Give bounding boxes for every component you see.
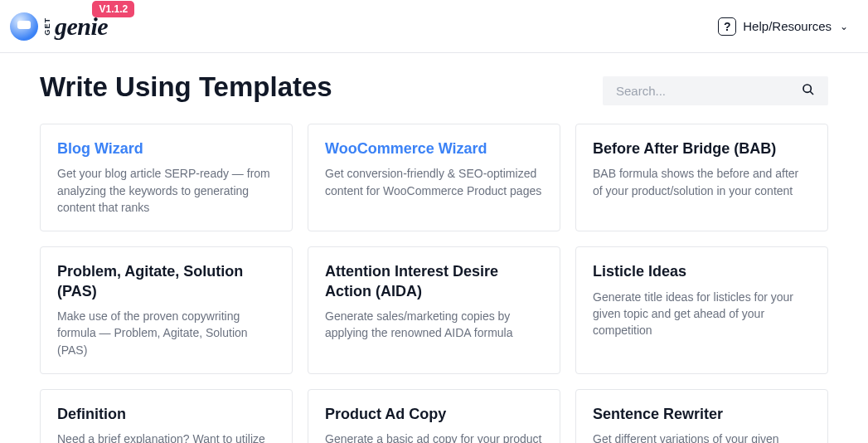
help-icon: ? — [718, 17, 736, 36]
card-title: Problem, Agitate, Solution (PAS) — [57, 262, 275, 301]
version-badge: V1.1.2 — [92, 1, 134, 17]
help-resources-menu[interactable]: ? Help/Resources ⌄ — [718, 17, 848, 36]
genie-robot-icon — [10, 12, 38, 41]
card-description: Get your blog article SERP-ready — from … — [57, 165, 275, 216]
app-header: GET genie V1.1.2 ? Help/Resources ⌄ — [0, 0, 868, 53]
card-title: WooCommerce Wizard — [325, 139, 543, 158]
template-card-pas[interactable]: Problem, Agitate, Solution (PAS) Make us… — [40, 246, 293, 374]
svg-line-1 — [810, 91, 813, 95]
template-card-aida[interactable]: Attention Interest Desire Action (AIDA) … — [308, 246, 560, 374]
svg-point-0 — [803, 85, 811, 92]
card-description: Generate a basic ad copy for your produc… — [325, 431, 543, 443]
card-description: Generate sales/marketing copies by apply… — [325, 308, 543, 342]
card-title: Before After Bridge (BAB) — [593, 139, 811, 158]
search-input[interactable] — [616, 84, 802, 98]
card-description: BAB formula shows the before and after o… — [593, 165, 811, 199]
card-title: Sentence Rewriter — [593, 405, 811, 424]
logo[interactable]: GET genie V1.1.2 — [10, 12, 108, 41]
logo-get-text: GET — [43, 17, 51, 36]
chevron-down-icon: ⌄ — [840, 21, 848, 32]
card-title: Blog Wizard — [57, 139, 275, 158]
main-content: Write Using Templates Blog Wizard Get yo… — [0, 53, 868, 443]
search-box[interactable] — [603, 76, 828, 105]
template-card-listicle-ideas[interactable]: Listicle Ideas Generate title ideas for … — [575, 246, 828, 374]
help-label: Help/Resources — [743, 19, 832, 33]
card-title: Definition — [57, 405, 275, 424]
template-card-sentence-rewriter[interactable]: Sentence Rewriter Get different variatio… — [575, 389, 828, 443]
card-description: Make use of the proven copywriting formu… — [57, 308, 275, 358]
card-description: Need a brief explanation? Want to utiliz… — [57, 431, 275, 443]
search-icon — [802, 83, 815, 99]
card-title: Attention Interest Desire Action (AIDA) — [325, 262, 543, 301]
card-title: Listicle Ideas — [593, 262, 811, 281]
card-description: Get conversion-friendly & SEO-optimized … — [325, 165, 543, 199]
templates-grid: Blog Wizard Get your blog article SERP-r… — [40, 124, 828, 443]
template-card-blog-wizard[interactable]: Blog Wizard Get your blog article SERP-r… — [40, 124, 293, 231]
template-card-product-ad-copy[interactable]: Product Ad Copy Generate a basic ad copy… — [308, 389, 560, 443]
card-description: Get different variations of your given s… — [593, 431, 811, 443]
template-card-woocommerce-wizard[interactable]: WooCommerce Wizard Get conversion-friend… — [308, 124, 560, 231]
template-card-bab[interactable]: Before After Bridge (BAB) BAB formula sh… — [575, 124, 828, 231]
page-top-bar: Write Using Templates — [40, 68, 828, 105]
card-description: Generate title ideas for listicles for y… — [593, 289, 811, 339]
card-title: Product Ad Copy — [325, 405, 543, 424]
template-card-definition[interactable]: Definition Need a brief explanation? Wan… — [40, 389, 293, 443]
page-title: Write Using Templates — [40, 71, 332, 103]
